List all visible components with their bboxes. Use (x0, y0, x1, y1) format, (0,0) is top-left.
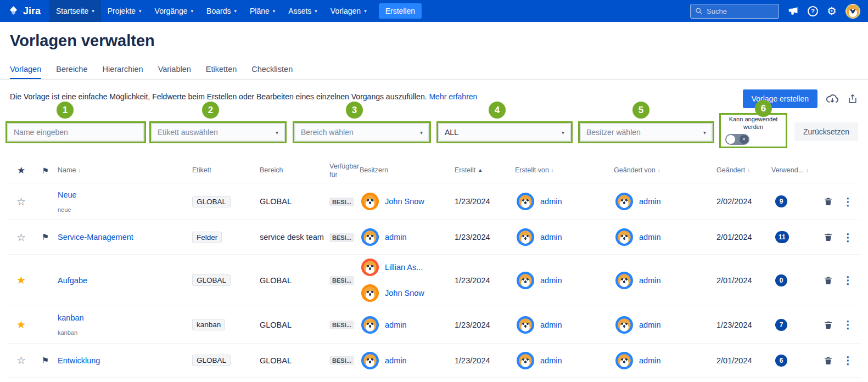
nav-item-vorlagen[interactable]: Vorlagen▾ (324, 0, 373, 22)
scope-filter-select[interactable]: Bereich wählen ▾ (294, 123, 429, 142)
header-erstellt[interactable]: Erstellt▲ (452, 166, 512, 175)
star-icon[interactable]: ★ (16, 318, 26, 331)
available-for-tag: BESI... (329, 356, 354, 365)
creator-link[interactable]: admin (540, 233, 562, 241)
template-name-link[interactable]: Service-Management (58, 233, 189, 241)
nav-item-plaene[interactable]: Pläne▾ (243, 0, 282, 22)
usage-count-badge: 9 (775, 195, 787, 207)
template-name-link[interactable]: Neue (58, 190, 189, 199)
creator-avatar (517, 316, 534, 334)
applicable-toggle[interactable]: × (725, 134, 749, 145)
header-geaendert-von[interactable]: Geändert von↕ (611, 166, 714, 175)
delete-icon[interactable] (824, 276, 833, 285)
nav-right-group: ? ⚙ (690, 4, 860, 19)
star-column-icon: ★ (17, 165, 25, 176)
tab-checklisten[interactable]: Checklisten (251, 65, 293, 79)
modifier-link[interactable]: admin (639, 321, 661, 329)
nav-item-startseite[interactable]: Startseite▾ (49, 0, 101, 22)
more-options-icon[interactable]: ⋮ (843, 195, 853, 208)
annotation-box-2: Etikett auswählen ▾ (149, 121, 287, 143)
page-description: Die Vorlage ist eine einfache Möglichkei… (10, 92, 477, 101)
header-name[interactable]: Name↕ (55, 166, 189, 175)
header-erstellt-von[interactable]: Erstellt von↕ (512, 166, 611, 175)
star-icon[interactable]: ★ (16, 274, 26, 286)
help-icon[interactable]: ? (808, 6, 818, 16)
header-verwendungen[interactable]: Verwend...↕ (769, 166, 818, 175)
nav-item-assets[interactable]: Assets▾ (282, 0, 324, 22)
nav-item-projekte[interactable]: Projekte▾ (101, 0, 148, 22)
header-geaendert[interactable]: Geändert↕ (714, 166, 769, 175)
delete-icon[interactable] (824, 356, 833, 366)
megaphone-icon[interactable] (788, 6, 799, 16)
available-for-tag: BESI... (329, 276, 354, 285)
table-row: ★ kanban kanban kanban GLOBAL BESI... ad… (7, 306, 861, 344)
creator-link[interactable]: admin (540, 197, 562, 206)
name-filter-input[interactable] (7, 123, 144, 142)
more-options-icon[interactable]: ⋮ (843, 318, 853, 331)
owner-link[interactable]: John Snow (385, 197, 424, 206)
owner-link[interactable]: Lillian As... (385, 263, 423, 272)
create-template-button[interactable]: Vorlage erstellen (743, 89, 817, 108)
modifier-link[interactable]: admin (639, 356, 661, 365)
sort-icon: ↕ (658, 167, 660, 174)
nav-item-vorgaenge[interactable]: Vorgänge▾ (148, 0, 200, 22)
search-input[interactable] (707, 7, 774, 15)
annotation-circle-6: 6 (755, 100, 772, 117)
star-icon[interactable]: ☆ (16, 231, 26, 244)
learn-more-link[interactable]: Mehr erfahren (429, 92, 477, 101)
more-options-icon[interactable]: ⋮ (843, 274, 853, 286)
chevron-down-icon: ▾ (276, 130, 278, 136)
bereich-text: GLOBAL (257, 321, 327, 329)
star-icon[interactable]: ☆ (16, 195, 26, 208)
label-filter-select[interactable]: Etikett auswählen ▾ (151, 123, 285, 142)
tab-hierarchien[interactable]: Hierarchien (102, 65, 143, 79)
gear-icon[interactable]: ⚙ (827, 5, 837, 16)
owner-link[interactable]: admin (385, 356, 407, 365)
nav-create-button[interactable]: Erstellen (379, 3, 422, 19)
created-date: 1/23/2024 (452, 276, 512, 285)
modifier-avatar (615, 316, 633, 334)
etikett-tag: GLOBAL (192, 196, 231, 207)
user-avatar[interactable] (845, 4, 860, 19)
reset-button[interactable]: Zurücksetzen (794, 122, 858, 141)
modifier-link[interactable]: admin (639, 233, 661, 241)
tab-variablen[interactable]: Variablen (158, 65, 191, 79)
creator-avatar (517, 352, 534, 369)
nav-item-boards[interactable]: Boards▾ (200, 0, 243, 22)
owner-link[interactable]: admin (385, 233, 407, 241)
all-filter-select[interactable]: ALL ▾ (438, 123, 571, 142)
more-options-icon[interactable]: ⋮ (843, 231, 853, 244)
owner-link[interactable]: admin (385, 321, 407, 329)
tab-bereiche[interactable]: Bereiche (56, 65, 87, 79)
export-icon[interactable] (847, 93, 858, 104)
template-name-link[interactable]: Entwicklung (58, 356, 189, 365)
tab-vorlagen[interactable]: Vorlagen (10, 65, 41, 79)
modifier-link[interactable]: admin (639, 276, 661, 285)
toggle-knob (726, 135, 735, 144)
template-name-link[interactable]: kanban (58, 313, 189, 322)
templates-table: ★ ⚑ Name↕ Etikett Bereich Verfügbar für … (7, 158, 861, 378)
modifier-link[interactable]: admin (639, 197, 661, 206)
jira-logo[interactable]: Jira (8, 5, 41, 17)
more-options-icon[interactable]: ⋮ (843, 354, 853, 367)
creator-link[interactable]: admin (540, 321, 562, 329)
annotation-circle-5: 5 (632, 102, 649, 119)
modified-date: 1/23/2024 (714, 321, 769, 329)
cloud-download-icon[interactable] (826, 93, 839, 104)
star-icon[interactable]: ☆ (16, 354, 26, 367)
top-nav: Jira Startseite▾ Projekte▾ Vorgänge▾ Boa… (0, 0, 868, 22)
owner-filter-select[interactable]: Besitzer wählen ▾ (580, 123, 713, 142)
nav-search[interactable] (690, 4, 779, 19)
table-row: ☆ Neue neue GLOBAL GLOBAL BESI... John S… (7, 183, 861, 220)
delete-icon[interactable] (824, 320, 833, 330)
tab-etiketten[interactable]: Etiketten (206, 65, 237, 79)
modifier-avatar (615, 352, 633, 369)
owner-link[interactable]: John Snow (385, 289, 424, 297)
template-name-link[interactable]: Aufgabe (58, 276, 189, 285)
creator-link[interactable]: admin (540, 276, 562, 285)
delete-icon[interactable] (824, 232, 833, 242)
creator-link[interactable]: admin (540, 356, 562, 365)
tab-bar: Vorlagen Bereiche Hierarchien Variablen … (0, 65, 868, 80)
modified-date: 2/02/2024 (714, 197, 769, 206)
delete-icon[interactable] (824, 196, 833, 206)
